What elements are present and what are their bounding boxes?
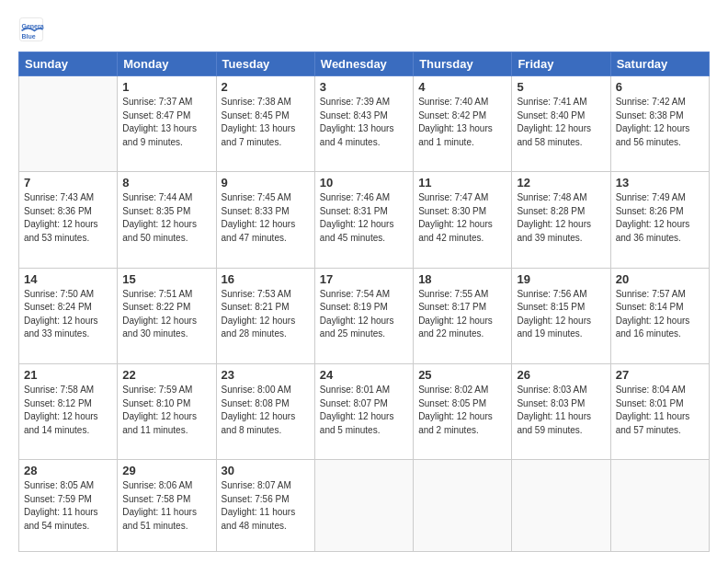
day-info: Sunrise: 7:37 AM Sunset: 8:47 PM Dayligh… bbox=[122, 96, 210, 149]
day-number: 14 bbox=[24, 272, 112, 286]
day-info: Sunrise: 8:01 AM Sunset: 8:07 PM Dayligh… bbox=[320, 384, 408, 437]
day-number: 25 bbox=[418, 368, 506, 382]
day-info: Sunrise: 7:38 AM Sunset: 8:45 PM Dayligh… bbox=[222, 96, 310, 149]
calendar-cell: 8Sunrise: 7:44 AM Sunset: 8:35 PM Daylig… bbox=[118, 172, 216, 268]
calendar-cell: 21Sunrise: 7:58 AM Sunset: 8:12 PM Dayli… bbox=[19, 364, 118, 460]
weekday-header-sunday: Sunday bbox=[19, 52, 118, 76]
day-number: 11 bbox=[418, 176, 506, 190]
day-number: 15 bbox=[122, 272, 210, 286]
day-info: Sunrise: 8:04 AM Sunset: 8:01 PM Dayligh… bbox=[616, 384, 704, 437]
calendar-cell bbox=[314, 460, 413, 552]
calendar-cell: 13Sunrise: 7:49 AM Sunset: 8:26 PM Dayli… bbox=[610, 172, 709, 268]
calendar-cell: 9Sunrise: 7:45 AM Sunset: 8:33 PM Daylig… bbox=[216, 172, 314, 268]
calendar-cell: 30Sunrise: 8:07 AM Sunset: 7:56 PM Dayli… bbox=[216, 460, 314, 552]
day-info: Sunrise: 7:45 AM Sunset: 8:33 PM Dayligh… bbox=[222, 191, 310, 245]
calendar-cell: 19Sunrise: 7:56 AM Sunset: 8:15 PM Dayli… bbox=[512, 268, 610, 363]
day-info: Sunrise: 7:57 AM Sunset: 8:14 PM Dayligh… bbox=[616, 288, 704, 341]
day-info: Sunrise: 8:06 AM Sunset: 7:58 PM Dayligh… bbox=[122, 479, 210, 533]
day-info: Sunrise: 7:59 AM Sunset: 8:10 PM Dayligh… bbox=[122, 384, 210, 437]
day-number: 9 bbox=[222, 176, 310, 190]
day-info: Sunrise: 8:05 AM Sunset: 7:59 PM Dayligh… bbox=[24, 479, 112, 533]
calendar-cell: 12Sunrise: 7:48 AM Sunset: 8:28 PM Dayli… bbox=[512, 172, 610, 268]
day-number: 7 bbox=[24, 176, 112, 190]
day-info: Sunrise: 8:07 AM Sunset: 7:56 PM Dayligh… bbox=[222, 479, 310, 533]
calendar-cell: 26Sunrise: 8:03 AM Sunset: 8:03 PM Dayli… bbox=[512, 364, 610, 460]
calendar-cell: 22Sunrise: 7:59 AM Sunset: 8:10 PM Dayli… bbox=[118, 364, 216, 460]
calendar-cell bbox=[512, 460, 610, 552]
calendar-cell: 14Sunrise: 7:50 AM Sunset: 8:24 PM Dayli… bbox=[19, 268, 118, 363]
day-info: Sunrise: 7:55 AM Sunset: 8:17 PM Dayligh… bbox=[418, 288, 506, 341]
weekday-header-row: SundayMondayTuesdayWednesdayThursdayFrid… bbox=[19, 52, 710, 76]
weekday-header-saturday: Saturday bbox=[610, 52, 709, 76]
calendar-week-row: 1Sunrise: 7:37 AM Sunset: 8:47 PM Daylig… bbox=[19, 76, 710, 172]
day-number: 10 bbox=[320, 176, 408, 190]
day-info: Sunrise: 7:54 AM Sunset: 8:19 PM Dayligh… bbox=[320, 288, 408, 341]
calendar-week-row: 28Sunrise: 8:05 AM Sunset: 7:59 PM Dayli… bbox=[19, 460, 710, 552]
day-number: 20 bbox=[616, 272, 704, 286]
day-number: 29 bbox=[122, 464, 210, 477]
calendar-cell: 17Sunrise: 7:54 AM Sunset: 8:19 PM Dayli… bbox=[314, 268, 413, 363]
day-number: 16 bbox=[222, 272, 310, 286]
day-number: 28 bbox=[24, 464, 112, 477]
calendar-cell: 18Sunrise: 7:55 AM Sunset: 8:17 PM Dayli… bbox=[414, 268, 512, 363]
page: General Blue SundayMondayTuesdayWednesda… bbox=[0, 0, 728, 563]
day-info: Sunrise: 7:51 AM Sunset: 8:22 PM Dayligh… bbox=[122, 288, 210, 341]
logo: General Blue bbox=[18, 17, 48, 42]
weekday-header-wednesday: Wednesday bbox=[314, 52, 413, 76]
day-number: 1 bbox=[122, 80, 210, 94]
day-info: Sunrise: 7:58 AM Sunset: 8:12 PM Dayligh… bbox=[24, 384, 112, 437]
day-info: Sunrise: 7:40 AM Sunset: 8:42 PM Dayligh… bbox=[418, 96, 506, 149]
day-info: Sunrise: 7:44 AM Sunset: 8:35 PM Dayligh… bbox=[122, 191, 210, 245]
day-info: Sunrise: 7:46 AM Sunset: 8:31 PM Dayligh… bbox=[320, 191, 408, 245]
weekday-header-tuesday: Tuesday bbox=[216, 52, 314, 76]
calendar-cell: 25Sunrise: 8:02 AM Sunset: 8:05 PM Dayli… bbox=[414, 364, 512, 460]
day-number: 27 bbox=[616, 368, 704, 382]
logo-icon: General Blue bbox=[18, 17, 44, 42]
day-number: 21 bbox=[24, 368, 112, 382]
calendar-cell: 29Sunrise: 8:06 AM Sunset: 7:58 PM Dayli… bbox=[118, 460, 216, 552]
calendar-cell: 27Sunrise: 8:04 AM Sunset: 8:01 PM Dayli… bbox=[610, 364, 709, 460]
weekday-header-monday: Monday bbox=[118, 52, 216, 76]
calendar-cell: 20Sunrise: 7:57 AM Sunset: 8:14 PM Dayli… bbox=[610, 268, 709, 363]
calendar-week-row: 14Sunrise: 7:50 AM Sunset: 8:24 PM Dayli… bbox=[19, 268, 710, 363]
day-info: Sunrise: 7:50 AM Sunset: 8:24 PM Dayligh… bbox=[24, 288, 112, 341]
day-info: Sunrise: 7:53 AM Sunset: 8:21 PM Dayligh… bbox=[222, 288, 310, 341]
calendar-cell: 5Sunrise: 7:41 AM Sunset: 8:40 PM Daylig… bbox=[512, 76, 610, 172]
calendar-table: SundayMondayTuesdayWednesdayThursdayFrid… bbox=[18, 52, 710, 552]
calendar-cell: 2Sunrise: 7:38 AM Sunset: 8:45 PM Daylig… bbox=[216, 76, 314, 172]
calendar-cell: 15Sunrise: 7:51 AM Sunset: 8:22 PM Dayli… bbox=[118, 268, 216, 363]
weekday-header-friday: Friday bbox=[512, 52, 610, 76]
calendar-week-row: 7Sunrise: 7:43 AM Sunset: 8:36 PM Daylig… bbox=[19, 172, 710, 268]
calendar-cell: 24Sunrise: 8:01 AM Sunset: 8:07 PM Dayli… bbox=[314, 364, 413, 460]
calendar-cell: 10Sunrise: 7:46 AM Sunset: 8:31 PM Dayli… bbox=[314, 172, 413, 268]
day-number: 18 bbox=[418, 272, 506, 286]
day-number: 3 bbox=[320, 80, 408, 94]
day-number: 4 bbox=[418, 80, 506, 94]
day-number: 24 bbox=[320, 368, 408, 382]
day-number: 2 bbox=[222, 80, 310, 94]
day-number: 5 bbox=[517, 80, 605, 94]
calendar-cell: 3Sunrise: 7:39 AM Sunset: 8:43 PM Daylig… bbox=[314, 76, 413, 172]
day-info: Sunrise: 7:41 AM Sunset: 8:40 PM Dayligh… bbox=[517, 96, 605, 149]
day-info: Sunrise: 7:43 AM Sunset: 8:36 PM Dayligh… bbox=[24, 191, 112, 245]
calendar-cell: 28Sunrise: 8:05 AM Sunset: 7:59 PM Dayli… bbox=[19, 460, 118, 552]
header: General Blue bbox=[18, 17, 710, 42]
calendar-cell bbox=[19, 76, 118, 172]
calendar-cell: 11Sunrise: 7:47 AM Sunset: 8:30 PM Dayli… bbox=[414, 172, 512, 268]
day-info: Sunrise: 7:49 AM Sunset: 8:26 PM Dayligh… bbox=[616, 191, 704, 245]
calendar-cell bbox=[414, 460, 512, 552]
day-info: Sunrise: 8:02 AM Sunset: 8:05 PM Dayligh… bbox=[418, 384, 506, 437]
day-info: Sunrise: 7:42 AM Sunset: 8:38 PM Dayligh… bbox=[616, 96, 704, 149]
calendar-cell bbox=[610, 460, 709, 552]
day-info: Sunrise: 7:48 AM Sunset: 8:28 PM Dayligh… bbox=[517, 191, 605, 245]
calendar-cell: 16Sunrise: 7:53 AM Sunset: 8:21 PM Dayli… bbox=[216, 268, 314, 363]
day-number: 17 bbox=[320, 272, 408, 286]
svg-text:Blue: Blue bbox=[22, 33, 36, 40]
day-number: 6 bbox=[616, 80, 704, 94]
day-number: 22 bbox=[122, 368, 210, 382]
day-number: 30 bbox=[222, 464, 310, 477]
calendar-week-row: 21Sunrise: 7:58 AM Sunset: 8:12 PM Dayli… bbox=[19, 364, 710, 460]
day-info: Sunrise: 8:00 AM Sunset: 8:08 PM Dayligh… bbox=[222, 384, 310, 437]
day-number: 8 bbox=[122, 176, 210, 190]
day-info: Sunrise: 7:47 AM Sunset: 8:30 PM Dayligh… bbox=[418, 191, 506, 245]
